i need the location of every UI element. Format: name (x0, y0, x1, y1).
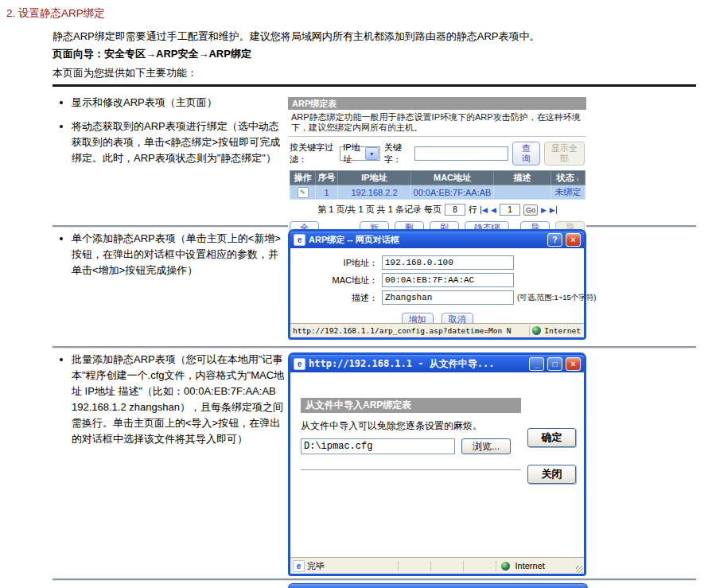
dialog-statusbar: http://192.168.1.1/arp_config.asp?dateti… (290, 323, 584, 337)
col-operation: 操作 (290, 171, 316, 185)
cell-ip: 192.168.2.2 (338, 185, 411, 200)
ip-field[interactable] (382, 255, 514, 270)
dialog-title: ARP绑定 -- 网页对话框 (309, 234, 544, 246)
next-page-icon[interactable]: ▶ (541, 206, 547, 214)
filter-type-select[interactable]: IP地址 ▼ (340, 146, 379, 161)
close-button[interactable]: 关闭 (527, 465, 576, 484)
first-page-icon[interactable]: ◀ (480, 206, 488, 214)
bullet-item: 单个添加静态ARP表项（单击主页上的<新增>按钮，在弹出的对话框中设置相应的参数… (72, 231, 286, 278)
col-seq: 序号 (316, 171, 338, 185)
window-titlebar[interactable]: e http://192.168.1.1 - 从文件中导... _ □ × (290, 355, 584, 372)
bullet-item: 显示和修改ARP表项（主页面） (72, 95, 286, 111)
section1-bullets: 显示和修改ARP表项（主页面） 将动态获取到的ARP表项进行绑定（选中动态获取到… (53, 95, 286, 174)
ie-status-icon: e (293, 560, 305, 572)
page-title: 2. 设置静态ARP绑定 (6, 6, 105, 21)
page-wizard-path: 页面向导：安全专区→ARP安全→ARP绑定 (53, 47, 251, 61)
window-statusbar: e 完毕 Internet (290, 557, 584, 574)
status-separator (529, 325, 530, 336)
ie-page-icon: e (294, 234, 305, 246)
query-button[interactable]: 查询 (512, 142, 540, 165)
status-zone: Internet (515, 561, 582, 570)
close-icon[interactable]: × (566, 357, 581, 371)
file-path-input[interactable] (301, 438, 455, 454)
col-mac: MAC地址 (411, 171, 494, 185)
col-desc: 描述 (494, 171, 551, 185)
filter-label: 按关键字过滤： (290, 142, 336, 165)
dialog-body: IP地址： MAC地址： 描述： (可选,范围:1~15个字符) 增加 取消 (290, 248, 584, 324)
cell-mac: 00:0A:EB:7F:AA:AB (411, 185, 494, 200)
col-ip: IP地址 (338, 171, 411, 185)
bullet-item: 批量添加静态ARP表项（您可以在本地用"记事本"程序创建一个.cfg文件，内容格… (72, 352, 286, 447)
status-text: 完毕 (307, 560, 325, 572)
chevron-down-icon[interactable]: ▼ (365, 147, 379, 160)
status-separator (398, 561, 399, 571)
per-page-input[interactable] (445, 204, 465, 216)
table-header-row: 操作 序号 IP地址 MAC地址 描述 状态↓ (290, 171, 585, 185)
section-divider (53, 578, 696, 581)
rows-suffix: 行 (469, 204, 477, 216)
mac-field-row: MAC地址： (290, 273, 514, 287)
filter-row: 按关键字过滤： IP地址 ▼ 关键字： 查询 显示全部 (288, 137, 586, 170)
table-row[interactable]: ✎ 1 192.168.2.2 00:0A:EB:7F:AA:AB 未绑定 (290, 185, 585, 200)
internet-globe-icon (532, 326, 541, 335)
last-page-icon[interactable]: ▶ (550, 206, 557, 214)
panel-description: ARP静态绑定功能一般用于静态设置IP环境下的ARP攻击防护，在这种环境下，建议… (288, 110, 586, 137)
col-status: 状态↓ (551, 171, 585, 185)
arp-table-panel: ARP绑定表 ARP静态绑定功能一般用于静态设置IP环境下的ARP攻击防护，在这… (288, 97, 586, 248)
section-divider (53, 346, 696, 349)
features-intro: 本页面为您提供如下主要功能： (53, 66, 197, 80)
bullet-item: 将动态获取到的ARP表项进行绑定（选中动态获取到的表项，单击<静态绑定>按钮即可… (72, 119, 286, 166)
cell-status: 未绑定 (551, 185, 585, 200)
desc-field[interactable] (382, 290, 514, 305)
cell-seq: 1 (316, 185, 338, 200)
ie-page-icon: e (294, 358, 305, 370)
sort-icon[interactable]: ↓ (576, 174, 580, 182)
keyword-label: 关键字： (384, 142, 410, 165)
file-row: 浏览... (301, 438, 511, 454)
top-rule (53, 84, 696, 87)
show-all-button: 显示全部 (544, 142, 585, 165)
help-icon[interactable]: ? (547, 233, 562, 247)
ip-field-row: IP地址： (290, 255, 514, 270)
keyword-input[interactable] (414, 146, 508, 161)
import-panel-title: 从文件中导入ARP绑定表 (301, 398, 521, 413)
status-separator (463, 561, 464, 571)
window-body: 从文件中导入ARP绑定表 从文件中导入可以免除您逐条设置的麻烦。 浏览... 确… (290, 372, 584, 558)
import-description: 从文件中导入可以免除您逐条设置的麻烦。 (301, 419, 482, 433)
ip-label: IP地址： (290, 257, 382, 269)
dialog-titlebar[interactable]: e ARP绑定 -- 网页对话框 ? × (290, 232, 584, 248)
next-window-partial (288, 583, 588, 588)
edit-icon[interactable]: ✎ (298, 187, 309, 198)
maximize-icon[interactable]: □ (547, 357, 562, 371)
desc-hint: (可选,范围:1~15个字符) (517, 293, 597, 303)
prev-page-icon[interactable]: ◀ (491, 206, 496, 214)
status-separator (430, 561, 431, 571)
minimize-icon[interactable]: _ (529, 357, 544, 371)
panel-title: ARP绑定表 (288, 97, 586, 110)
section2-bullets: 单个添加静态ARP表项（单击主页上的<新增>按钮，在弹出的对话框中设置相应的参数… (53, 231, 286, 286)
status-zone: Internet (544, 326, 581, 335)
status-separator (496, 561, 496, 571)
browse-button[interactable]: 浏览... (461, 438, 511, 454)
mac-label: MAC地址： (290, 275, 382, 286)
desc-field-row: 描述： (可选,范围:1~15个字符) (290, 290, 597, 305)
intro-text: 静态ARP绑定即需要通过手工配置和维护。建议您将局域网内所有主机都添加到路由器的… (53, 29, 539, 44)
import-window: e http://192.168.1.1 - 从文件中导... _ □ × 从文… (288, 352, 586, 576)
status-url: http://192.168.1.1/arp_config.asp?dateti… (293, 326, 527, 335)
close-icon[interactable]: × (566, 233, 581, 247)
page-number-input[interactable] (500, 204, 520, 216)
ok-button[interactable]: 确定 (527, 428, 576, 447)
go-button[interactable]: Go (523, 204, 538, 216)
pagination-text: 第 1 页/共 1 页 共 1 条记录 每页 (317, 204, 442, 216)
divider (301, 469, 521, 470)
section3-bullets: 批量添加静态ARP表项（您可以在本地用"记事本"程序创建一个.cfg文件，内容格… (53, 352, 286, 455)
internet-globe-icon (501, 562, 510, 570)
arp-add-dialog: e ARP绑定 -- 网页对话框 ? × IP地址： MAC地址： 描述： (可… (288, 229, 586, 340)
cell-desc (494, 185, 551, 200)
mac-field[interactable] (382, 273, 514, 287)
pagination-bar: 第 1 页/共 1 页 共 1 条记录 每页 行 ◀ ◀ Go ▶ ▶ (288, 200, 586, 219)
window-title: http://192.168.1.1 - 从文件中导... (309, 357, 526, 371)
resize-grip[interactable] (576, 566, 583, 573)
filter-type-value: IP地址 (340, 142, 364, 165)
arp-table: 操作 序号 IP地址 MAC地址 描述 状态↓ ✎ 1 192.168.2.2 … (290, 170, 585, 200)
